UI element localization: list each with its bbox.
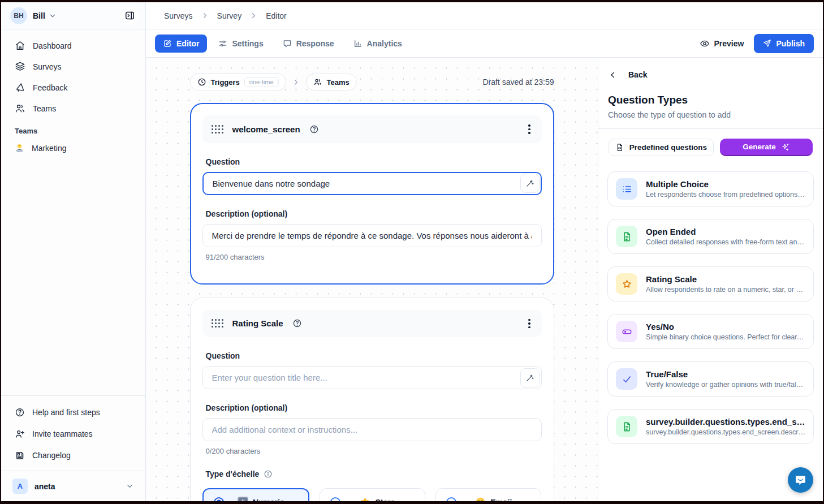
publish-button[interactable]: Publish (754, 34, 814, 53)
sidebar-item-surveys[interactable]: Surveys (1, 56, 145, 77)
help-circle-icon[interactable] (309, 124, 319, 134)
hash-keycap-icon: # (238, 497, 248, 501)
card-menu-button[interactable] (526, 122, 533, 136)
sidebar: Dashboard Surveys Feedback Teams Teams M… (1, 29, 146, 501)
type-description: Let respondents choose from predefined o… (646, 191, 805, 199)
scale-option-label: Numeric (253, 498, 284, 502)
question-type-multiple-choice[interactable]: Multiple Choice Let respondents choose f… (607, 171, 814, 206)
footer-item-label: Changelog (32, 451, 71, 460)
workspace-switcher[interactable]: BH Bill (1, 2, 146, 29)
sidebar-item-teams[interactable]: Teams (1, 98, 145, 119)
type-description: Collect detailed responses with free-for… (646, 238, 805, 246)
panel-collapse-icon (124, 10, 135, 21)
question-input[interactable] (202, 366, 542, 389)
chat-bubble-icon (794, 473, 807, 486)
question-card-header: welcome_screen (202, 115, 542, 143)
generate-label: Generate (743, 143, 776, 151)
info-icon[interactable] (264, 469, 273, 479)
chevron-right-icon (292, 78, 300, 87)
sidebar-item-team-marketing[interactable]: Marketing (1, 139, 145, 157)
scale-type-options: # Numeric Stars (202, 488, 542, 501)
sparkles-icon (781, 143, 790, 152)
sidebar-item-invite[interactable]: Invite teammates (1, 423, 145, 445)
type-title: Rating Scale (646, 274, 805, 284)
scale-option-label: Emoji (490, 498, 512, 502)
magic-wand-button[interactable] (520, 368, 540, 387)
tab-label: Settings (232, 39, 263, 48)
question-card-rating-scale[interactable]: Rating Scale Question (190, 298, 554, 502)
scale-option-numeric[interactable]: # Numeric (202, 488, 309, 501)
sidebar-item-feedback[interactable]: Feedback (1, 77, 145, 98)
tab-analytics[interactable]: Analytics (346, 35, 410, 53)
description-input[interactable] (202, 224, 542, 247)
scale-type-label: Type d'échelle (206, 469, 542, 479)
question-input-wrap (202, 366, 542, 389)
description-label: Description (optional) (206, 209, 542, 218)
sidebar-collapse-button[interactable] (120, 7, 139, 25)
drag-handle-icon[interactable] (212, 125, 223, 133)
back-button[interactable]: Back (607, 70, 814, 79)
sidebar-item-label: Teams (33, 104, 56, 113)
question-card-welcome-screen[interactable]: welcome_screen Question (190, 103, 554, 285)
type-description: Simple binary choice questions. Perfect … (646, 333, 805, 341)
scale-option-stars[interactable]: Stars (320, 488, 425, 501)
chevron-down-icon (49, 12, 57, 20)
toggle-icon (616, 321, 637, 342)
card-menu-button[interactable] (526, 317, 533, 331)
description-input[interactable] (202, 418, 542, 441)
radio-icon[interactable] (446, 497, 456, 502)
description-input-wrap (202, 224, 542, 247)
users-icon (15, 103, 25, 114)
question-type-end-screen[interactable]: survey.builder.questions.types.end_scr..… (607, 409, 814, 444)
scale-option-label: Stars (375, 498, 395, 502)
help-circle-icon[interactable] (292, 318, 302, 328)
sidebar-item-changelog[interactable]: Changelog (1, 445, 145, 466)
breadcrumb-editor[interactable]: Editor (266, 11, 287, 20)
footer-item-label: Invite teammates (32, 429, 93, 438)
breadcrumb-surveys[interactable]: Surveys (164, 11, 193, 20)
generate-button[interactable]: Generate (720, 139, 813, 156)
preview-button[interactable]: Preview (700, 38, 744, 49)
wand-icon (525, 179, 534, 188)
file-code-icon (615, 143, 624, 152)
help-circle-icon (15, 407, 25, 417)
chevron-right-icon (201, 11, 209, 20)
question-type-open-ended[interactable]: Open Ended Collect detailed responses wi… (607, 219, 814, 254)
sidebar-item-help[interactable]: Help and first steps (1, 402, 145, 423)
user-name: aneta (34, 482, 55, 491)
teams-chip[interactable]: Teams (306, 74, 357, 91)
magic-wand-button[interactable] (520, 174, 540, 193)
question-input-wrap (202, 172, 542, 195)
type-description: Allow respondents to rate on a numeric, … (646, 286, 805, 294)
user-avatar: A (12, 479, 28, 494)
window-frame: BH Bill Surveys Survey Editor Dashboard (0, 0, 824, 504)
question-label: Question (206, 157, 542, 166)
question-type-yes-no[interactable]: Yes/No Simple binary choice questions. P… (607, 314, 814, 349)
app-root: BH Bill Surveys Survey Editor Dashboard (1, 2, 823, 501)
question-input[interactable] (202, 172, 542, 195)
eye-icon (700, 38, 710, 49)
chat-launcher-button[interactable] (788, 467, 813, 493)
tab-settings[interactable]: Settings (210, 35, 271, 53)
scale-option-emoji[interactable]: Emoji (435, 488, 541, 501)
type-title: survey.builder.questions.types.end_scr..… (646, 417, 805, 427)
radio-selected-icon[interactable] (214, 497, 224, 502)
question-label: Question (206, 351, 542, 360)
question-type-rating-scale[interactable]: Rating Scale Allow respondents to rate o… (607, 266, 814, 301)
panel-subtitle: Choose the type of question to add (608, 110, 814, 119)
tab-response[interactable]: Response (275, 35, 342, 53)
breadcrumb-survey[interactable]: Survey (217, 11, 242, 20)
radio-icon[interactable] (330, 497, 340, 502)
type-description: survey.builder.questions.types.end_scree… (646, 428, 805, 436)
drag-handle-icon[interactable] (212, 319, 223, 328)
list-icon (616, 178, 637, 200)
back-label: Back (628, 70, 647, 79)
triggers-chip[interactable]: Triggers one-time (190, 73, 286, 91)
preview-label: Preview (714, 39, 744, 48)
tab-editor[interactable]: Editor (155, 35, 207, 53)
sidebar-item-dashboard[interactable]: Dashboard (1, 35, 145, 56)
user-menu[interactable]: A aneta (1, 471, 145, 501)
question-type-true-false[interactable]: True/False Verify knowledge or gather op… (607, 361, 814, 397)
sidebar-footer: Help and first steps Invite teammates Ch… (1, 395, 145, 501)
predefined-questions-button[interactable]: Predefined questions (609, 139, 714, 156)
